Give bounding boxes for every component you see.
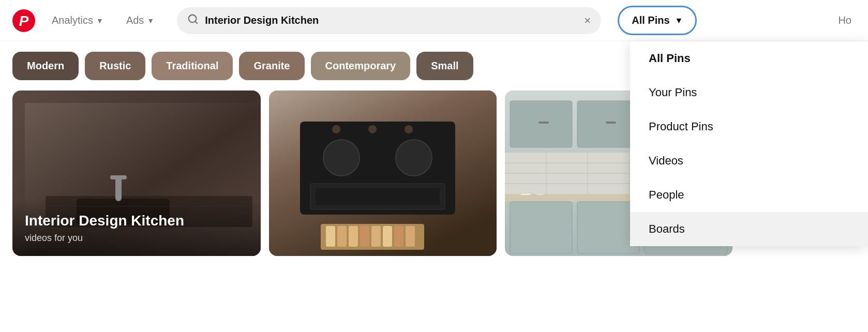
all-pins-label: All Pins [632, 14, 669, 26]
svg-rect-23 [383, 226, 392, 247]
ads-label: Ads [126, 14, 144, 26]
pin-card-1-title: Interior Design Kitchen [25, 212, 248, 230]
svg-point-16 [405, 125, 413, 133]
chip-traditional[interactable]: Traditional [152, 52, 233, 80]
analytics-label: Analytics [52, 14, 93, 26]
svg-rect-25 [406, 226, 415, 247]
svg-rect-22 [371, 226, 381, 247]
svg-rect-24 [394, 226, 403, 247]
pin-card-1[interactable]: Interior Design Kitchen videos for you [12, 90, 261, 256]
svg-point-14 [332, 125, 340, 133]
svg-rect-19 [337, 226, 347, 247]
analytics-chevron-icon: ▼ [96, 17, 103, 25]
svg-rect-18 [326, 226, 335, 247]
svg-rect-6 [110, 175, 127, 179]
logo-letter: P [19, 14, 29, 28]
svg-rect-28 [510, 101, 572, 147]
ads-chevron-icon: ▼ [147, 17, 154, 25]
chip-small[interactable]: Small [416, 52, 473, 80]
search-bar: × [177, 7, 601, 34]
svg-rect-13 [316, 188, 440, 205]
svg-rect-31 [538, 122, 549, 124]
analytics-nav[interactable]: Analytics ▼ [46, 10, 110, 31]
dropdown-item-product-pins[interactable]: Product Pins [630, 110, 868, 144]
chip-granite[interactable]: Granite [239, 52, 304, 80]
svg-rect-34 [510, 202, 572, 253]
svg-point-15 [368, 125, 377, 133]
svg-line-1 [195, 21, 197, 23]
pin-card-1-subtitle: videos for you [25, 233, 248, 244]
svg-rect-32 [606, 122, 616, 124]
chip-rustic[interactable]: Rustic [85, 52, 145, 80]
clear-icon[interactable]: × [584, 14, 591, 27]
search-icon [187, 13, 199, 28]
svg-point-10 [323, 140, 360, 176]
nav-right-label: Ho [838, 14, 856, 26]
dropdown-item-boards[interactable]: Boards [630, 212, 868, 246]
dropdown-item-your-pins[interactable]: Your Pins [630, 76, 868, 110]
all-pins-button[interactable]: All Pins ▼ [618, 6, 697, 35]
svg-rect-21 [360, 226, 369, 247]
svg-point-11 [396, 140, 432, 176]
all-pins-chevron-icon: ▼ [675, 16, 683, 25]
svg-rect-20 [349, 226, 358, 247]
search-input[interactable] [205, 14, 578, 26]
dropdown-item-all-pins[interactable]: All Pins [630, 41, 868, 76]
header: P Analytics ▼ Ads ▼ × All Pins ▼ Ho [0, 0, 868, 41]
dropdown-item-videos[interactable]: Videos [630, 144, 868, 178]
ads-nav[interactable]: Ads ▼ [120, 10, 160, 31]
chip-contemporary[interactable]: Contemporary [311, 52, 411, 80]
chip-modern[interactable]: Modern [12, 52, 79, 80]
pinterest-logo[interactable]: P [12, 9, 35, 32]
dropdown-item-people[interactable]: People [630, 178, 868, 212]
filter-dropdown: All PinsYour PinsProduct PinsVideosPeopl… [630, 41, 868, 246]
pin-card-2[interactable] [269, 90, 497, 256]
